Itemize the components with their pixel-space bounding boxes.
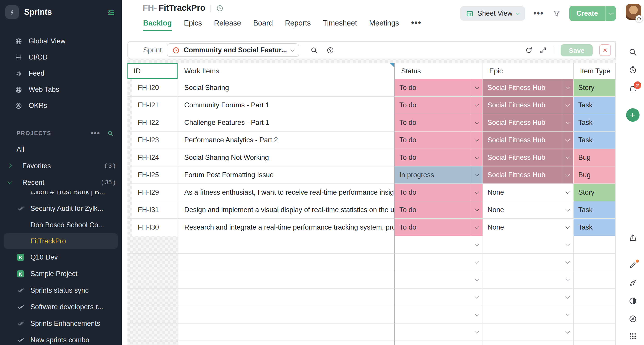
sidebar-project-client-trust-bank[interactable]: Client # Trust Bank | B... — [0, 191, 122, 200]
timer-icon[interactable] — [628, 66, 637, 74]
compass-icon[interactable] — [628, 314, 637, 323]
status-cell[interactable]: To do — [394, 114, 483, 132]
chevron-down-icon[interactable] — [471, 114, 482, 131]
chevron-down-icon[interactable] — [562, 289, 573, 306]
chevron-down-icon[interactable] — [471, 219, 482, 236]
chevron-down-icon[interactable] — [562, 306, 573, 323]
chevron-down-icon[interactable] — [471, 97, 482, 114]
chevron-down-icon[interactable] — [471, 289, 482, 306]
epic-cell[interactable]: Social Fitness Hub — [483, 132, 574, 149]
tabs-more-button[interactable]: ••• — [411, 18, 422, 32]
epic-cell[interactable]: Social Fitness Hub — [483, 97, 574, 114]
epic-cell[interactable]: None — [483, 201, 574, 219]
empty-status-cell[interactable] — [394, 306, 483, 323]
epic-cell[interactable]: Social Fitness Hub — [483, 166, 574, 184]
empty-work-item-cell[interactable] — [178, 289, 394, 306]
sheet-view-selector[interactable]: Sheet View — [460, 6, 525, 21]
item-type-cell[interactable]: Task — [574, 201, 616, 219]
empty-epic-cell[interactable] — [483, 289, 574, 306]
sidebar-project-new-sprints-combo[interactable]: New sprints combo — [0, 331, 122, 345]
search-icon[interactable] — [628, 48, 637, 56]
work-item-cell[interactable]: Challenge Features - Part 1 — [178, 114, 394, 132]
work-item-cell[interactable]: Design and implement a visual display of… — [178, 201, 394, 219]
column-header-epic[interactable]: Epic — [483, 63, 574, 79]
empty-status-cell[interactable] — [394, 236, 483, 254]
chevron-down-icon[interactable] — [562, 166, 573, 183]
column-header-status[interactable]: Status — [394, 63, 483, 79]
row-id-cell[interactable]: FH-I23 — [132, 132, 178, 149]
empty-id-cell[interactable] — [132, 236, 178, 254]
empty-status-cell[interactable] — [394, 289, 483, 306]
chevron-down-icon[interactable] — [471, 79, 482, 96]
chevron-down-icon[interactable] — [471, 166, 482, 183]
expand-icon[interactable] — [539, 46, 547, 54]
help-icon[interactable] — [326, 46, 334, 54]
empty-work-item-cell[interactable] — [178, 271, 394, 289]
sidebar-item-feed[interactable]: Feed — [0, 65, 122, 82]
empty-id-cell[interactable] — [132, 306, 178, 323]
sidebar-project-software-developers[interactable]: Software developers r... — [0, 298, 122, 315]
empty-id-cell[interactable] — [132, 323, 178, 341]
item-type-cell[interactable]: Task — [574, 219, 616, 236]
epic-cell[interactable]: Social Fitness Hub — [483, 114, 574, 132]
empty-status-cell[interactable] — [394, 254, 483, 271]
chevron-down-icon[interactable] — [562, 201, 573, 218]
row-id-cell[interactable]: FH-I25 — [132, 166, 178, 184]
tab-release[interactable]: Release — [214, 19, 241, 31]
chevron-down-icon[interactable] — [562, 79, 573, 96]
chevron-down-icon[interactable] — [562, 323, 573, 340]
add-button[interactable]: + — [626, 108, 639, 122]
empty-status-cell[interactable] — [394, 323, 483, 341]
notification-badge[interactable]: 2 — [634, 82, 641, 89]
empty-id-cell[interactable] — [132, 254, 178, 271]
epic-cell[interactable]: Social Fitness Hub — [483, 149, 574, 166]
row-id-cell[interactable]: FH-I29 — [132, 184, 178, 201]
item-type-cell[interactable]: Story — [574, 184, 616, 201]
status-cell[interactable]: To do — [394, 201, 483, 219]
epic-cell[interactable]: None — [483, 184, 574, 201]
edit-icon[interactable] — [628, 261, 637, 269]
work-item-cell[interactable]: Forum Post Formatting Issue — [178, 166, 394, 184]
sidebar-project-sample-project[interactable]: K Sample Project — [0, 265, 122, 282]
empty-id-cell[interactable] — [132, 289, 178, 306]
search-icon[interactable] — [310, 46, 318, 54]
tab-meetings[interactable]: Meetings — [369, 19, 399, 31]
row-id-cell[interactable]: FH-I30 — [132, 219, 178, 236]
create-button[interactable]: Create — [569, 6, 616, 21]
row-id-cell[interactable]: FH-I24 — [132, 149, 178, 166]
item-type-cell[interactable]: Story — [574, 79, 616, 97]
work-item-cell[interactable]: Research and integrate a real-time perfo… — [178, 219, 394, 236]
empty-item-type-cell[interactable] — [574, 289, 616, 306]
tab-timesheet[interactable]: Timesheet — [323, 19, 357, 31]
tab-board[interactable]: Board — [253, 19, 273, 31]
chevron-down-icon[interactable] — [562, 254, 573, 271]
empty-item-type-cell[interactable] — [574, 236, 616, 254]
empty-work-item-cell[interactable] — [178, 306, 394, 323]
create-dropdown-caret[interactable] — [605, 6, 616, 21]
tab-reports[interactable]: Reports — [285, 19, 311, 31]
empty-item-type-cell[interactable] — [574, 254, 616, 271]
sidebar-project-sprints-enhancements[interactable]: Sprints Enhancements — [0, 315, 122, 331]
work-item-cell[interactable]: As a fitness enthusiast, I want to recei… — [178, 184, 394, 201]
empty-work-item-cell[interactable] — [178, 236, 394, 254]
sidebar-item-okrs[interactable]: OKRs — [0, 98, 122, 114]
chevron-down-icon[interactable] — [562, 132, 573, 149]
empty-id-cell[interactable] — [132, 341, 178, 345]
empty-epic-cell[interactable] — [483, 254, 574, 271]
create-label[interactable]: Create — [569, 6, 605, 21]
filter-icon[interactable] — [552, 9, 561, 18]
sidebar-project-q10-dev[interactable]: K Q10 Dev — [0, 249, 122, 265]
empty-work-item-cell[interactable] — [178, 341, 394, 345]
empty-status-cell[interactable] — [394, 341, 483, 345]
item-type-cell[interactable]: Task — [574, 132, 616, 149]
chevron-down-icon[interactable] — [562, 341, 573, 345]
refresh-icon[interactable] — [525, 46, 533, 54]
sidebar-project-sprints-status-sync[interactable]: Sprints status sync — [0, 282, 122, 298]
sidebar-item-recent[interactable]: Recent ( 35 ) — [0, 174, 122, 191]
chevron-down-icon[interactable] — [562, 114, 573, 131]
close-icon[interactable]: ✕ — [599, 44, 611, 56]
sidebar-item-web-tabs[interactable]: Web Tabs — [0, 82, 122, 98]
row-id-cell[interactable]: FH-I20 — [132, 79, 178, 97]
chevron-down-icon[interactable] — [471, 184, 482, 201]
sidebar-project-fittrackpro[interactable]: FitTrackPro — [4, 233, 118, 249]
